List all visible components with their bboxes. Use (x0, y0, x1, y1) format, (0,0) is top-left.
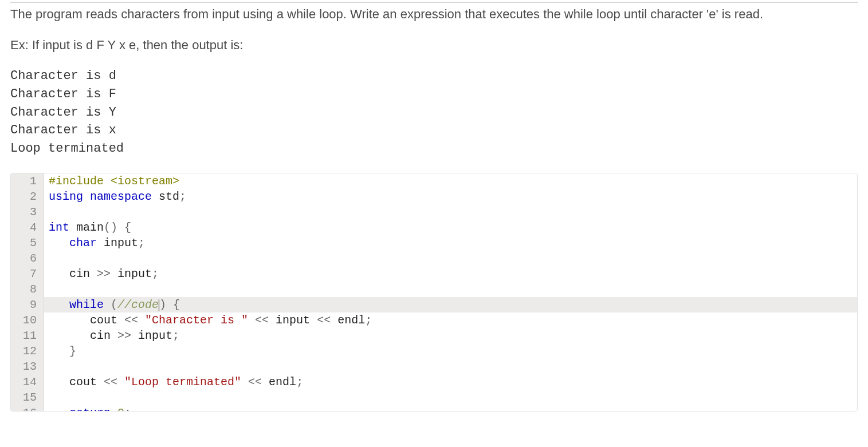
line-number: 4 (11, 220, 44, 235)
code-line[interactable]: 7 cin >> input; (11, 266, 857, 282)
code-content[interactable] (44, 390, 857, 405)
code-editor[interactable]: 1 #include <iostream> 2 using namespace … (10, 173, 858, 412)
code-content[interactable]: using namespace std; (44, 189, 857, 204)
line-number: 6 (11, 251, 44, 266)
line-number: 11 (11, 328, 44, 343)
code-content[interactable]: cout << "Character is " << input << endl… (44, 312, 857, 328)
code-line[interactable]: 16 return 0; (11, 405, 857, 411)
line-number: 14 (11, 374, 44, 390)
code-line[interactable]: 4 int main() { (11, 220, 857, 235)
line-number: 16 (11, 405, 44, 411)
code-content[interactable]: cin >> input; (44, 266, 857, 282)
line-number: 1 (11, 173, 44, 189)
line-number: 15 (11, 390, 44, 405)
line-number: 2 (11, 189, 44, 204)
code-line[interactable]: 13 (11, 359, 857, 374)
code-content[interactable] (44, 204, 857, 220)
code-line[interactable]: 1 #include <iostream> (11, 173, 857, 189)
example-intro: Ex: If input is d F Y x e, then the outp… (10, 36, 858, 54)
example-output: Character is d Character is F Character … (10, 67, 858, 158)
code-line[interactable]: 12 } (11, 343, 857, 359)
code-line[interactable]: 15 (11, 390, 857, 405)
line-number: 9 (11, 297, 44, 312)
code-line[interactable]: 11 cin >> input; (11, 328, 857, 343)
problem-statement: The program reads characters from input … (10, 2, 858, 23)
code-line[interactable]: 5 char input; (11, 235, 857, 251)
code-content[interactable]: return 0; (44, 405, 857, 411)
code-content[interactable]: cin >> input; (44, 328, 857, 343)
code-line[interactable]: 3 (11, 204, 857, 220)
code-content[interactable] (44, 251, 857, 266)
line-number: 10 (11, 312, 44, 328)
line-number: 13 (11, 359, 44, 374)
code-content[interactable] (44, 359, 857, 374)
code-content[interactable]: #include <iostream> (44, 173, 857, 189)
code-line-active[interactable]: 9 while (//code) { (11, 297, 857, 312)
line-number: 5 (11, 235, 44, 251)
line-number: 12 (11, 343, 44, 359)
code-content[interactable]: } (44, 343, 857, 359)
line-number: 3 (11, 204, 44, 220)
code-line[interactable]: 10 cout << "Character is " << input << e… (11, 312, 857, 328)
code-content[interactable]: cout << "Loop terminated" << endl; (44, 374, 857, 390)
code-content[interactable]: while (//code) { (44, 297, 857, 312)
code-line[interactable]: 8 (11, 282, 857, 297)
line-number: 7 (11, 266, 44, 282)
code-line[interactable]: 14 cout << "Loop terminated" << endl; (11, 374, 857, 390)
line-number: 8 (11, 282, 44, 297)
code-content[interactable]: char input; (44, 235, 857, 251)
code-line[interactable]: 2 using namespace std; (11, 189, 857, 204)
code-line[interactable]: 6 (11, 251, 857, 266)
code-content[interactable] (44, 282, 857, 297)
code-content[interactable]: int main() { (44, 220, 857, 235)
